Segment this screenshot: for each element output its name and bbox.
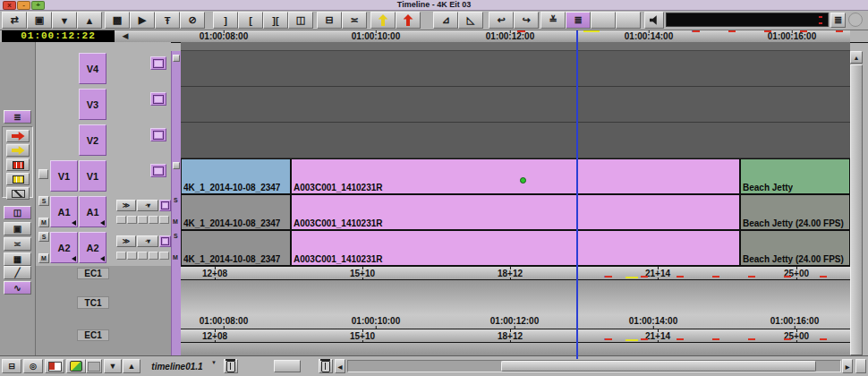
clear-marks-button[interactable]: ⊘ — [180, 12, 205, 29]
track-select-a1[interactable]: A1 — [79, 196, 106, 227]
clip-gain-menu-a1[interactable]: ∙▾ — [137, 200, 158, 211]
blank-button-2[interactable] — [616, 12, 641, 29]
trash-button[interactable] — [224, 359, 238, 373]
toggle-source-record-button[interactable] — [45, 359, 64, 373]
undo-button[interactable]: ↩ — [489, 12, 514, 29]
track-select-ec1b[interactable]: EC1 — [77, 329, 109, 341]
gang-button[interactable]: ◫ — [288, 12, 313, 29]
motion-curve-button[interactable]: ∿ — [4, 281, 31, 295]
vertical-scrollbar-thumb[interactable] — [850, 64, 863, 355]
audio-mixer-button[interactable]: ≍ — [4, 237, 31, 251]
strip-mute-a1[interactable]: M — [173, 218, 178, 226]
track-select-v1[interactable]: V1 — [79, 160, 106, 192]
effect-frame-button[interactable] — [6, 187, 30, 200]
focus-button[interactable]: ◎ — [23, 359, 43, 373]
monitor-button-v3[interactable] — [150, 92, 166, 106]
redo-button[interactable]: ↪ — [514, 12, 539, 29]
mark-clip-button[interactable]: ][ — [263, 12, 288, 29]
mark-bar-button[interactable]: Ŧ — [155, 12, 180, 29]
green-marker-dot[interactable] — [520, 177, 526, 184]
pen-tool-button[interactable]: ╱ — [4, 266, 31, 279]
fade-effect-button[interactable]: ◺ — [458, 12, 483, 29]
track-select-a2[interactable]: A2 — [79, 232, 106, 263]
horizontal-scrollbar-thumb[interactable] — [501, 361, 816, 372]
lift-button[interactable] — [6, 158, 30, 171]
mute-button-a1[interactable]: M — [38, 218, 49, 227]
timeline-view-button[interactable]: ≣ — [566, 12, 591, 29]
segment-splice-button[interactable] — [6, 144, 30, 157]
quick-transition-button[interactable]: ⊿ — [433, 12, 458, 29]
audio-monitor-button-a2[interactable] — [159, 235, 171, 247]
meter-menu-button[interactable]: ≣ — [830, 13, 846, 28]
grid-view-button[interactable]: ▦ — [4, 252, 31, 266]
empty-track-v2[interactable] — [181, 123, 850, 158]
clip-a1-2[interactable]: A003C001_1410231R — [291, 194, 740, 230]
monitor-button-v1[interactable] — [150, 164, 166, 177]
strip-box-v1[interactable] — [173, 162, 180, 169]
solo-button-a1[interactable]: S — [38, 196, 49, 206]
source-track-a2[interactable]: A2 — [50, 232, 78, 263]
video-quality-button[interactable] — [66, 359, 86, 373]
timecode-ruler[interactable]: ◀ 01:00:08:00 01:00:10:00 01:00:12:00 01… — [115, 30, 850, 42]
edit-box-button[interactable]: ▣ — [4, 222, 31, 235]
pan-automation-button-a2[interactable]: ≫ — [116, 235, 136, 247]
clip-a1-1[interactable]: 4K_1_2014-10-08_2347 — [181, 194, 291, 230]
mark-in-button[interactable]: ] — [213, 12, 238, 29]
clip-gain-menu-a2[interactable]: ∙▾ — [137, 235, 158, 247]
scroll-up-button[interactable]: ▲ — [850, 51, 863, 64]
clip-v1-4[interactable]: Beach Jetty — [740, 158, 850, 194]
trash-button-2[interactable] — [319, 359, 333, 373]
track-select-v3[interactable]: V3 — [79, 89, 106, 120]
strip-solo-a2[interactable]: S — [174, 233, 178, 240]
step-down-button[interactable]: ▼ — [104, 359, 122, 373]
mute-button-a2[interactable]: M — [38, 253, 49, 263]
monitor-button-v4[interactable] — [150, 56, 166, 70]
clip-a1-3[interactable]: Beach Jetty (24.00 FPS) — [740, 194, 850, 230]
scroll-right-button[interactable]: ▶ — [842, 359, 853, 373]
trim-mode-button[interactable]: ≍ — [342, 12, 367, 29]
video-track-button[interactable]: ▣ — [27, 12, 52, 29]
scale-slider-handle[interactable] — [274, 360, 301, 372]
clip-a2-1[interactable]: 4K_1_2014-10-08_2347 — [181, 230, 291, 266]
strip-box-v4[interactable] — [173, 55, 180, 62]
clip-v1-1[interactable]: 4K_1_2014-10-08_2347 — [181, 158, 291, 194]
track-select-ec1[interactable]: EC1 — [77, 268, 109, 279]
add-edit-button[interactable]: ⊟ — [317, 12, 342, 29]
palette-menu-button[interactable]: ≣ — [4, 110, 31, 124]
extract-button[interactable] — [6, 173, 30, 185]
solo-button-a2[interactable]: S — [38, 232, 49, 242]
audio-monitor-button[interactable] — [644, 12, 664, 29]
position-indicator[interactable] — [576, 30, 578, 359]
step-forward-button[interactable]: ▲ — [77, 12, 102, 29]
source-track-v1[interactable]: V1 — [50, 160, 78, 192]
empty-track-v3[interactable] — [181, 87, 850, 123]
clip-a2-2[interactable]: A003C001_1410231R — [291, 230, 740, 266]
track-select-v4[interactable]: V4 — [79, 53, 106, 84]
render-effect-button[interactable]: ▩ — [105, 12, 130, 29]
strip-mute-a2[interactable]: M — [173, 254, 178, 261]
clip-v1-2[interactable]: A003C001_1410231R — [291, 158, 577, 194]
step-backward-button[interactable]: ▼ — [52, 12, 77, 29]
mark-out-button[interactable]: [ — [238, 12, 263, 29]
clip-a2-3[interactable]: Beach Jetty (24.00 FPS) — [740, 230, 850, 266]
splice-in-button[interactable] — [370, 12, 396, 29]
toggle-panes-button[interactable]: ⊟ — [2, 359, 21, 373]
record-round-button[interactable] — [848, 13, 863, 27]
step-up-button[interactable]: ▲ — [123, 359, 140, 373]
view-menu-arrow-icon[interactable]: ▼ — [211, 360, 217, 365]
source-track-a1[interactable]: A1 — [50, 196, 78, 227]
resize-grip[interactable] — [855, 359, 866, 373]
track-select-v2[interactable]: V2 — [79, 124, 106, 156]
scroll-left-icon[interactable]: ◀ — [116, 30, 134, 42]
track-select-tc1[interactable]: TC1 — [77, 296, 109, 309]
strip-solo-a1[interactable]: S — [174, 197, 178, 204]
fast-menu-button[interactable]: ⇄ — [2, 12, 27, 29]
clip-v1-3[interactable] — [577, 158, 740, 194]
timeline-view-name[interactable]: timeline01.1 — [143, 359, 211, 373]
sync-lock-v1[interactable] — [38, 169, 48, 179]
trim-view-button[interactable]: ◫ — [4, 206, 31, 219]
segment-overwrite-button[interactable] — [6, 130, 30, 142]
overwrite-button[interactable] — [396, 12, 421, 29]
blank-button-1[interactable] — [591, 12, 616, 29]
audio-monitor-button-a1[interactable] — [159, 200, 171, 211]
